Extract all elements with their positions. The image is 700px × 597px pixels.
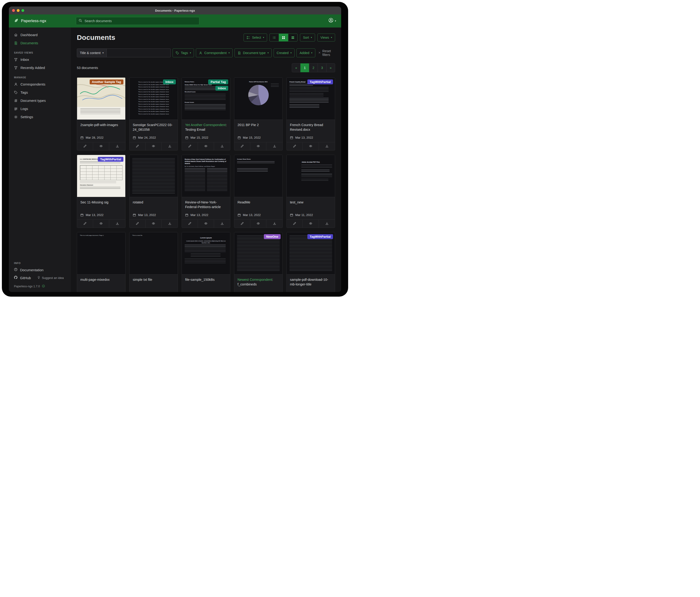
document-card[interactable]: NewOneNewest Correspondent: f_combineds [234,232,283,292]
document-title[interactable]: rotated [133,200,174,205]
sidebar-item-documentation[interactable]: Documentation [9,266,71,274]
sidebar-item-tags[interactable]: Tags [9,88,71,96]
sidebar-item-dashboard[interactable]: Dashboard [9,31,71,39]
edit-document-button[interactable] [234,142,250,150]
view-document-button[interactable] [198,220,214,228]
document-thumbnail[interactable]: Patient BP Distribution 2011 [234,78,282,120]
document-title[interactable]: 2sample-pdf-with-images [80,123,122,127]
views-button[interactable]: Views ▾ [317,33,335,42]
document-thumbnail[interactable]: French Country BreadTagWithPartial [287,78,335,120]
document-thumbnail[interactable]: TagWithPartial [287,232,335,274]
download-document-button[interactable] [267,142,282,150]
pagination-page-3[interactable]: 3 [318,63,326,72]
document-thumbnail[interactable]: This is a test for the double space char… [129,78,178,120]
edit-document-button[interactable] [129,142,146,150]
info-circle-icon[interactable] [42,285,45,288]
document-thumbnail[interactable] [129,155,178,197]
document-title[interactable]: 2011 BP Pie 2 [238,123,279,127]
edit-document-button[interactable] [234,220,250,228]
tag-badge-partial-tag[interactable]: Partial Tag [208,79,228,85]
document-title[interactable]: Yet Another Correspondent: Testing Email [185,123,227,132]
document-card[interactable]: Release NotesSimba ODBC Driver for SQL S… [182,77,230,150]
document-title[interactable]: Sec 11-Missing sig [80,200,122,205]
document-title[interactable]: French Country Bread Revised.docx [290,123,332,132]
view-document-button[interactable] [250,142,267,150]
document-thumbnail[interactable]: NewOne [234,232,282,274]
sidebar-item-settings[interactable]: Settings [9,113,71,121]
view-grid-button[interactable] [279,33,288,42]
tag-badge-tagwithpartial[interactable]: TagWithPartial [98,157,123,162]
filter-field-select[interactable]: Title & content ▾ [77,48,107,57]
document-title[interactable]: ReadMe [238,200,279,205]
tag-badge-tagwithpartial[interactable]: TagWithPartial [307,79,333,85]
document-title[interactable]: simple txt file [133,277,174,282]
document-card[interactable]: Adobe Acrobat PDF Filestest_newMar 11, 2… [286,155,335,228]
document-card[interactable]: Contact Sheet DemoReadMeMar 13, 2022 [234,155,283,228]
download-document-button[interactable] [214,142,230,150]
view-document-button[interactable] [250,220,267,228]
filter-text-input[interactable] [107,48,171,57]
document-card[interactable]: Lorem ipsumLorem ipsum dolor sit amet, c… [182,232,230,292]
sidebar-item-recently-added[interactable]: Recently Added [9,64,71,72]
edit-document-button[interactable] [287,142,303,150]
document-title[interactable]: Newest Correspondent: f_combineds [238,277,279,287]
view-list-button[interactable] [270,33,279,42]
download-document-button[interactable] [267,220,282,228]
document-card[interactable]: 1.1. CONTINUING MEDICAL EDUCAAttestation… [77,155,126,228]
tag-badge-newone[interactable]: NewOne [264,234,281,239]
document-thumbnail[interactable]: Contact Sheet Demo [234,155,282,197]
pagination-next-button[interactable]: » [326,63,335,72]
document-title[interactable]: sample-pdf-download-10-mb-longer-title [290,277,332,287]
document-thumbnail[interactable]: Another Sample Tag [77,78,125,120]
document-title[interactable]: Review-of-New-York-Federal-Petitions-art… [185,200,227,209]
correspondent-filter-button[interactable]: Correspondent ▾ [196,48,233,57]
document-thumbnail[interactable]: 1.1. CONTINUING MEDICAL EDUCAAttestation… [77,155,125,197]
view-document-button[interactable] [93,220,109,228]
tag-badge-another-sample-tag[interactable]: Another Sample Tag [90,79,123,85]
download-document-button[interactable] [214,220,230,228]
view-document-button[interactable] [93,142,109,150]
edit-document-button[interactable] [287,220,303,228]
edit-document-button[interactable] [129,220,146,228]
search-input[interactable] [84,19,197,23]
document-title[interactable]: test_new [290,200,332,205]
document-card[interactable]: This is a test file.simple txt file [129,232,178,292]
pagination-page-1[interactable]: 1 [300,63,309,72]
download-document-button[interactable] [161,142,178,150]
document-title[interactable]: Sonstige ScanPC2022 03-24_081058 [133,123,174,132]
user-menu[interactable]: ▾ [328,18,336,24]
view-document-button[interactable] [146,142,161,150]
document-title[interactable]: multi-page-mixedxx [80,277,122,282]
document-title[interactable]: file-sample_150kBs [185,277,227,282]
download-document-button[interactable] [109,142,125,150]
document-card[interactable]: Review of New York Federal Petitions for… [182,155,230,228]
document-type-filter-button[interactable]: Document type ▾ [234,48,272,57]
view-document-button[interactable] [303,220,319,228]
edit-document-button[interactable] [182,220,198,228]
sidebar-item-documents[interactable]: Documents [9,39,71,47]
sidebar-item-github[interactable]: GitHub [14,276,31,280]
document-thumbnail[interactable]: Release NotesSimba ODBC Driver for SQL S… [182,78,230,120]
edit-document-button[interactable] [182,142,198,150]
added-filter-button[interactable]: Added ▾ [296,48,315,57]
select-button[interactable]: Select ▾ [244,33,267,42]
view-document-button[interactable] [303,142,319,150]
document-thumbnail[interactable]: Lorem ipsumLorem ipsum dolor sit amet, c… [182,232,230,274]
document-card[interactable]: TagWithPartialsample-pdf-download-10-mb-… [286,232,335,292]
tag-badge-inbox[interactable]: Inbox [216,86,228,91]
created-filter-button[interactable]: Created ▾ [274,48,295,57]
pagination-prev-button[interactable]: « [292,63,301,72]
download-document-button[interactable] [109,220,125,228]
reset-filters-button[interactable]: Reset filters [317,49,335,57]
suggest-idea-link[interactable]: Suggest an idea [37,276,64,280]
document-card[interactable]: rotatedMar 13, 2022 [129,155,178,228]
document-thumbnail[interactable]: Adobe Acrobat PDF Files [287,155,335,197]
tag-badge-inbox[interactable]: Inbox [163,79,176,85]
document-correspondent[interactable]: Yet Another Correspondent [185,123,226,127]
view-document-button[interactable] [146,220,161,228]
document-correspondent[interactable]: Newest Correspondent [238,278,272,282]
sidebar-item-document-types[interactable]: Document types [9,96,71,104]
view-detail-button[interactable] [288,33,298,42]
brand[interactable]: Paperless-ngx [9,18,76,24]
document-card[interactable]: This is a test for the double space char… [129,77,178,150]
